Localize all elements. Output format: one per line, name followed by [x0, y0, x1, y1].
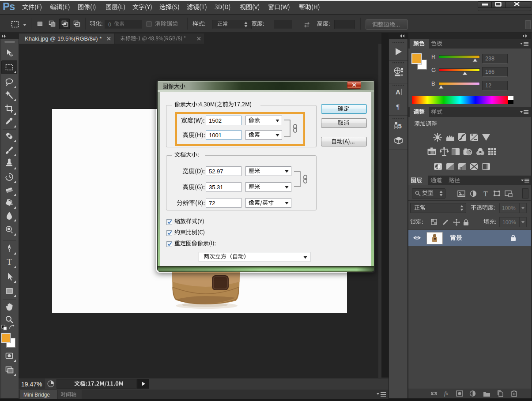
svg-text:5: 5 [398, 122, 402, 130]
svg-text:T: T [7, 257, 12, 266]
svg-text:A: A [396, 88, 400, 96]
svg-text:¶: ¶ [396, 103, 400, 110]
svg-text:T: T [483, 190, 488, 198]
